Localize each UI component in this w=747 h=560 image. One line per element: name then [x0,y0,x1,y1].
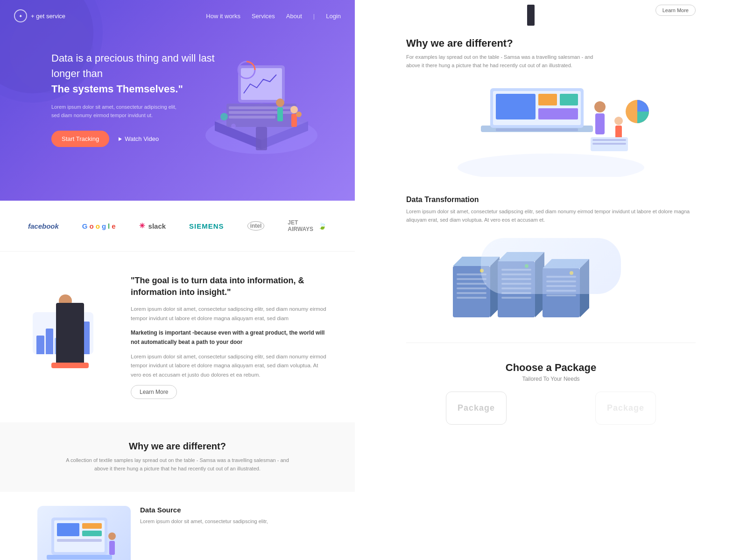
svg-rect-25 [47,555,112,560]
page-wrapper: ✦ + get service How it works Services Ab… [0,0,747,560]
svg-point-40 [614,117,623,125]
slack-text: slack [148,222,166,230]
hero-section: ✦ + get service How it works Services Ab… [0,0,355,201]
datasource-description: Lorem ipsum dolor sit amet, consectetur … [140,518,268,526]
data-source-section: Data Source Lorem ipsum dolor sit amet, … [0,492,355,560]
nav-item-login[interactable]: Login [326,12,341,20]
jetairways-icon: 🍃 [318,222,327,230]
bar-1 [36,336,44,354]
logo-text: + get service [31,13,65,20]
siemens-text: SIEMENS [189,222,224,230]
svg-rect-27 [109,541,115,555]
package-subtitle: Tailored To Your Needs [406,376,696,382]
logo-icon: ✦ [14,9,27,22]
package-section: Choose a Package Tailored To Your Needs … [406,348,696,439]
figure-body [56,303,84,368]
brand-slack: ✳ slack [139,222,166,230]
quote-marketing: Marketing is important -because even wit… [131,329,327,346]
google-l: l [108,222,110,230]
google-g2: g [102,222,106,230]
data-transformation-section: Data Transformation Lorem ipsum dolor si… [406,186,696,233]
start-tracking-button[interactable]: Start Tracking [51,131,109,147]
google-o1: o [90,222,94,230]
globe-icon: ✦ [19,14,22,19]
right-why-section: Why we are different? For examples lay s… [406,28,696,74]
hero-content: Data is a precious thing and will last l… [0,32,355,147]
nav-item-about[interactable]: About [286,12,302,20]
brand-facebook: facebook [28,222,59,230]
play-icon [119,137,122,141]
server-illustration-wrap [406,233,696,338]
package-cards: Package Package [406,392,696,425]
hero-title-bold: The systems Themselves." [51,83,183,95]
brands-section: facebook Google ✳ slack SIEMENS intel JE… [0,201,355,252]
svg-rect-22 [82,523,102,529]
svg-point-29 [458,154,644,177]
svg-rect-52 [457,287,486,289]
nav-link-login[interactable]: Login [326,13,341,20]
brand-jetairways: JET AIRWAYS 🍃 [288,219,327,232]
right-why-title: Why we are different? [406,37,696,49]
right-why-description: For examples lay spread out on the table… [406,53,602,70]
slack-icon: ✳ [139,222,145,230]
cloud-bg [481,238,621,294]
brand-google: Google [82,222,116,230]
svg-rect-39 [595,113,605,134]
nav-item-how[interactable]: How it works [206,12,240,20]
hero-title-normal: Data is a precious thing and will last l… [51,52,215,79]
partial-figure-svg [517,5,545,33]
bar-2 [46,329,54,354]
hero-buttons: Start Tracking Watch Video [51,131,317,147]
package-name-2: Package [607,403,644,413]
quote-section: "The goal is to turn data into informati… [0,252,355,422]
svg-rect-51 [457,283,486,285]
svg-rect-35 [560,94,578,105]
svg-rect-28 [527,5,535,26]
datasource-svg [42,508,126,560]
nav-links: How it works Services About | Login [206,12,341,20]
nav-link-services[interactable]: Services [252,13,275,20]
svg-rect-36 [538,108,578,119]
nav-link-how[interactable]: How it works [206,13,240,20]
top-learn-more-button[interactable]: Learn More [655,5,696,16]
svg-rect-34 [538,94,557,105]
package-title: Choose a Package [406,362,696,374]
navigation: ✦ + get service How it works Services Ab… [0,0,355,32]
why-description: A collection of textile samples lay spre… [61,456,294,473]
quote-illustration [28,275,112,368]
partial-figure [406,5,655,33]
svg-rect-23 [82,531,102,536]
jetairways-text: JET AIRWAYS [288,219,315,232]
svg-rect-53 [457,292,486,294]
datasource-illustration [37,506,131,560]
right-panel: Learn More Why we are different? For exa… [355,0,747,560]
logo: ✦ + get service [14,9,65,22]
nav-link-about[interactable]: About [286,13,302,20]
svg-rect-64 [501,297,531,299]
nav-item-services[interactable]: Services [252,12,275,20]
divider [406,343,696,343]
package-card-2: Package [595,392,656,425]
laptop-illustration-wrap [406,74,696,186]
learn-more-button[interactable]: Learn More [131,385,177,399]
svg-point-38 [594,101,606,112]
laptop-svg [453,84,649,177]
google-e: e [112,222,115,230]
why-title: Why we are different? [28,441,327,452]
svg-rect-37 [496,128,578,131]
google-o2: o [96,222,100,230]
hero-description: Lorem ipsum dolor sit amet, consectetur … [51,103,182,119]
svg-rect-43 [592,139,626,141]
brand-intel: intel [247,221,265,231]
package-name-1: Package [458,403,495,413]
watch-video-button[interactable]: Watch Video [119,135,159,142]
left-panel: ✦ + get service How it works Services Ab… [0,0,355,560]
svg-point-26 [108,532,116,540]
google-g: G [82,222,88,230]
svg-rect-54 [457,297,486,299]
svg-rect-44 [592,143,626,145]
svg-rect-33 [496,94,536,119]
intel-logo: intel [247,221,265,231]
right-inner: Learn More Why we are different? For exa… [383,0,719,439]
quote-title: "The goal is to turn data into informati… [131,275,327,298]
